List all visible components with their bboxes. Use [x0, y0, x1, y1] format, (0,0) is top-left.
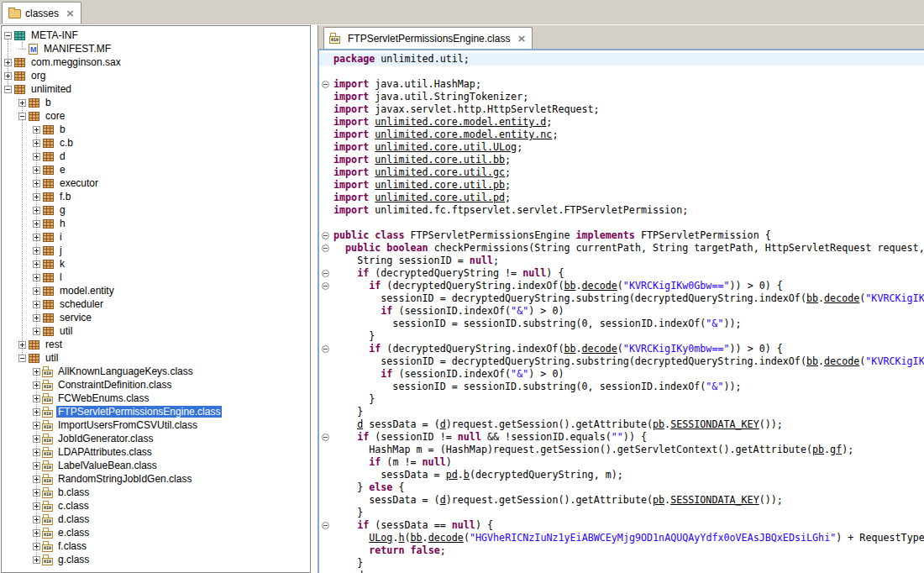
tree-item[interactable]: model.entity	[2, 284, 310, 297]
expand-icon[interactable]	[18, 99, 26, 107]
class-tree[interactable]: META-INFMANIFEST.MFcom.megginson.saxorgu…	[2, 26, 310, 572]
tree-item[interactable]: g	[2, 203, 310, 217]
tree-item[interactable]: rest	[2, 338, 310, 351]
tree-item[interactable]: LDAPAttributes.class	[2, 445, 310, 459]
expand-icon[interactable]	[33, 408, 40, 416]
code-editor[interactable]: package unlimited.util;import java.util.…	[318, 49, 924, 573]
tree-item[interactable]: RandomStringJobIdGen.class	[2, 472, 310, 486]
tree-item[interactable]: org	[2, 69, 310, 82]
tree-item[interactable]: l	[2, 271, 310, 284]
tree-item[interactable]: unlimited	[2, 82, 310, 96]
expand-icon[interactable]	[33, 139, 40, 147]
tree-item[interactable]: d	[2, 150, 310, 163]
expand-icon[interactable]	[33, 556, 40, 564]
fold-collapse-icon[interactable]	[322, 270, 329, 277]
expand-icon[interactable]	[33, 476, 40, 483]
tree-item[interactable]: g.class	[2, 553, 310, 566]
code-line	[319, 66, 924, 78]
expand-icon[interactable]	[33, 193, 40, 201]
tree-item[interactable]: JobIdGenerator.class	[2, 432, 310, 445]
collapse-icon[interactable]	[18, 113, 26, 120]
class-file-icon	[43, 501, 52, 512]
tree-item[interactable]: util	[2, 324, 310, 338]
tree-item[interactable]: f.b	[2, 190, 310, 203]
fold-collapse-icon[interactable]	[322, 434, 329, 441]
tree-item[interactable]: FTPServletPermissionsEngine.class	[2, 405, 310, 418]
expand-icon[interactable]	[33, 314, 40, 322]
tree-item[interactable]: LabelValueBean.class	[2, 459, 310, 472]
expand-icon[interactable]	[33, 220, 40, 228]
expand-icon[interactable]	[33, 381, 40, 389]
tree-item[interactable]: b	[2, 96, 310, 109]
tab-classes[interactable]: classes ×	[2, 2, 81, 24]
expand-icon[interactable]	[33, 207, 40, 214]
fold-collapse-icon[interactable]	[322, 345, 329, 353]
expand-icon[interactable]	[33, 529, 40, 537]
code-line: import java.util.StringTokenizer;	[319, 91, 924, 103]
tree-item[interactable]: scheduler	[2, 297, 310, 311]
close-icon[interactable]: ×	[66, 8, 75, 18]
tree-item[interactable]: executor	[2, 176, 310, 190]
tree-item[interactable]: b	[2, 123, 310, 136]
tree-item[interactable]: c.class	[2, 499, 310, 513]
close-icon[interactable]: ×	[517, 33, 526, 44]
expand-icon[interactable]	[33, 153, 40, 160]
expand-icon[interactable]	[33, 368, 40, 376]
expand-icon[interactable]	[33, 449, 40, 456]
expand-icon[interactable]	[33, 287, 40, 295]
tree-indent	[2, 412, 33, 413]
expand-icon[interactable]	[33, 328, 40, 335]
fold-collapse-icon[interactable]	[322, 522, 329, 529]
tree-item[interactable]: META-INF	[2, 29, 310, 42]
fold-collapse-icon[interactable]	[322, 282, 329, 290]
expand-icon[interactable]	[33, 489, 40, 497]
tree-item[interactable]: b.class	[2, 486, 310, 499]
expand-icon[interactable]	[33, 234, 40, 241]
tree-item[interactable]: i	[2, 230, 310, 244]
tree-item[interactable]: ImportUsersFromCSVUtil.class	[2, 418, 310, 432]
fold-collapse-icon[interactable]	[322, 232, 329, 239]
expand-icon[interactable]	[33, 166, 40, 174]
tree-item[interactable]: service	[2, 311, 310, 324]
expand-icon[interactable]	[33, 502, 40, 510]
tree-item[interactable]: AllKnownLanguageKeys.class	[2, 365, 310, 378]
tree-indent	[2, 223, 33, 224]
expand-icon[interactable]	[33, 422, 40, 429]
expand-icon[interactable]	[33, 543, 40, 550]
collapse-icon[interactable]	[4, 86, 12, 93]
expand-icon[interactable]	[33, 180, 40, 187]
tree-item[interactable]: util	[2, 351, 310, 365]
expand-icon[interactable]	[33, 260, 40, 268]
tree-item[interactable]: ConstraintDefinition.class	[2, 378, 310, 392]
expand-icon[interactable]	[33, 435, 40, 443]
expand-icon[interactable]	[18, 341, 26, 349]
tree-item[interactable]: core	[2, 109, 310, 123]
tree-item[interactable]: k	[2, 257, 310, 271]
tree-item[interactable]: com.megginson.sax	[2, 55, 310, 69]
tree-item[interactable]: h	[2, 217, 310, 230]
expand-icon[interactable]	[33, 274, 40, 281]
expand-icon[interactable]	[33, 301, 40, 308]
tab-editor-class-file[interactable]: FTPServletPermissionsEngine.class ×	[323, 27, 533, 49]
expand-icon[interactable]	[33, 395, 40, 402]
expand-icon[interactable]	[4, 72, 12, 80]
expand-icon[interactable]	[4, 59, 12, 66]
tree-item[interactable]: f.class	[2, 539, 310, 553]
tree-item[interactable]: FCWebEnums.class	[2, 392, 310, 405]
fold-gutter	[319, 393, 333, 406]
expand-icon[interactable]	[33, 462, 40, 470]
expand-icon[interactable]	[33, 126, 40, 134]
tree-item[interactable]: e	[2, 163, 310, 176]
fold-collapse-icon[interactable]	[322, 81, 329, 88]
fold-collapse-icon[interactable]	[322, 244, 329, 252]
tree-item[interactable]: d.class	[2, 513, 310, 526]
tree-item[interactable]: c.b	[2, 136, 310, 150]
expand-icon[interactable]	[33, 247, 40, 255]
collapse-icon[interactable]	[4, 32, 12, 39]
tree-item[interactable]: e.class	[2, 526, 310, 539]
tree-item[interactable]: MANIFEST.MF	[2, 42, 310, 55]
collapse-icon[interactable]	[18, 355, 26, 362]
tree-indent	[2, 103, 18, 103]
tree-item[interactable]: j	[2, 244, 310, 257]
expand-icon[interactable]	[33, 516, 40, 523]
